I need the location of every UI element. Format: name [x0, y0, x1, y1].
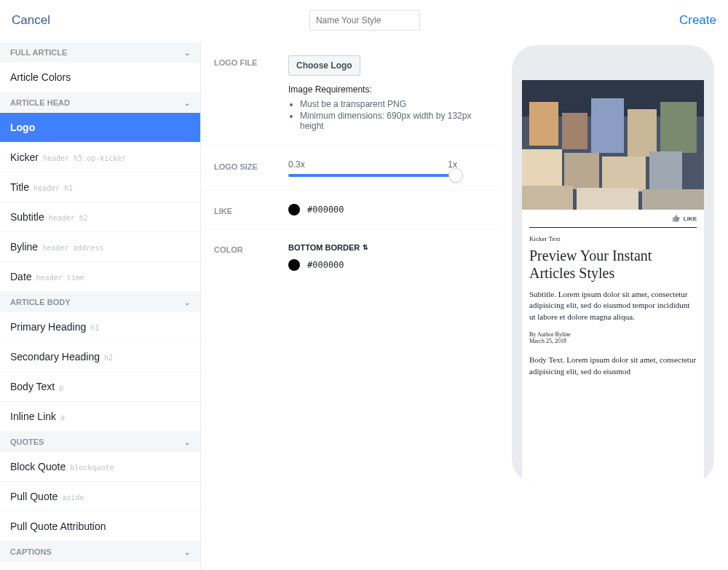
section-article-head[interactable]: Article Head ⌄ [0, 92, 200, 113]
item-label: Title [10, 181, 29, 193]
item-selector: header address [42, 244, 103, 252]
item-selector: header time [36, 274, 84, 282]
preview-body: Body Text. Lorem ipsum dolor sit amet, c… [522, 355, 704, 377]
sort-icon: ⇅ [363, 244, 368, 251]
item-label: Date [10, 271, 32, 282]
svg-rect-3 [562, 113, 587, 149]
section-label: Article Body [10, 298, 71, 306]
color-swatch[interactable] [288, 259, 300, 271]
hero-image [522, 80, 704, 210]
header: Cancel Create [0, 0, 728, 42]
svg-rect-8 [564, 153, 599, 189]
preview-date: March 25, 2018 [522, 338, 704, 355]
chevron-down-icon: ⌄ [184, 298, 190, 306]
setting-label: Logo Size [214, 159, 278, 177]
requirement-item: Minimum dimensions: 690px width by 132px… [300, 111, 485, 131]
sidebar-item-byline[interactable]: Byline header address [0, 232, 200, 262]
section-quotes[interactable]: Quotes ⌄ [0, 432, 200, 452]
sidebar-item-logo[interactable]: Logo [0, 113, 200, 143]
sidebar-item-small-caption-title[interactable]: Small Caption Title [0, 562, 200, 570]
section-full-article[interactable]: Full Article ⌄ [0, 42, 200, 63]
setting-logo-file: Logo File Choose Logo Image Requirements… [201, 42, 498, 146]
bottom-border-select[interactable]: Bottom Border ⇅ [288, 243, 368, 252]
create-button[interactable]: Create [679, 13, 716, 28]
requirement-item: Must be a transparent PNG [300, 99, 485, 109]
divider [529, 227, 697, 228]
item-selector: aside [62, 494, 84, 502]
select-label: Bottom Border [288, 243, 360, 252]
svg-rect-6 [660, 102, 697, 153]
sidebar-item-block-quote[interactable]: Block Quote blockquote [0, 452, 200, 482]
sidebar-item-kicker[interactable]: Kicker header h3.op-kicker [0, 143, 200, 173]
logo-size-slider[interactable]: 0.3x 1x [288, 159, 457, 177]
item-selector: header h2 [49, 214, 88, 222]
color-swatch-row[interactable]: #000000 [288, 204, 485, 215]
preview-column: LIKE Kicker Text Preview Your Instant Ar… [498, 42, 728, 570]
setting-label: Color [214, 242, 278, 271]
item-selector: h1 [90, 324, 99, 332]
color-swatch-row[interactable]: #000000 [288, 259, 485, 271]
sidebar-item-pull-quote-attribution[interactable]: Pull Quote Attribution [0, 512, 200, 542]
sidebar-item-primary-heading[interactable]: Primary Heading h1 [0, 312, 200, 342]
chevron-down-icon: ⌄ [184, 548, 190, 556]
item-selector: blockquote [70, 464, 114, 472]
svg-rect-13 [642, 189, 704, 210]
chevron-down-icon: ⌄ [184, 438, 190, 446]
hex-value: #000000 [307, 260, 344, 270]
sidebar-item-title[interactable]: Title header h1 [0, 173, 200, 202]
item-label: Byline [10, 241, 38, 253]
cancel-button[interactable]: Cancel [12, 13, 50, 28]
like-row: LIKE [522, 210, 704, 224]
like-label: LIKE [684, 215, 697, 222]
preview-screen: LIKE Kicker Text Preview Your Instant Ar… [522, 80, 704, 483]
sidebar-item-inline-link[interactable]: Inline Link a [0, 402, 200, 432]
item-selector: p [59, 384, 63, 392]
item-label: Secondary Heading [10, 351, 100, 363]
section-label: Article Head [10, 98, 70, 107]
sidebar-item-date[interactable]: Date header time [0, 262, 200, 292]
color-swatch[interactable] [288, 204, 300, 215]
thumb-up-icon [671, 214, 681, 223]
sidebar-item-subtitle[interactable]: Subtitle header h2 [0, 202, 200, 232]
sidebar-item-pull-quote[interactable]: Pull Quote aside [0, 482, 200, 512]
item-label: Kicker [10, 151, 39, 163]
setting-label: Logo File [214, 55, 278, 132]
item-label: Pull Quote Attribution [10, 520, 106, 532]
style-name-input[interactable] [309, 10, 420, 31]
sidebar-item-secondary-heading[interactable]: Secondary Heading h2 [0, 342, 200, 372]
svg-rect-12 [577, 188, 638, 210]
preview-byline: By Author Byline [522, 331, 704, 338]
svg-rect-4 [591, 98, 624, 153]
item-label: Logo [10, 122, 35, 133]
section-label: Captions [10, 547, 52, 556]
item-label: Inline Link [10, 411, 56, 422]
item-label: Body Text [10, 381, 55, 392]
setting-like: Like #000000 [201, 191, 498, 229]
setting-color: Color Bottom Border ⇅ #000000 [201, 229, 498, 284]
section-captions[interactable]: Captions ⌄ [0, 542, 200, 562]
setting-label: Like [214, 204, 278, 215]
slider-thumb[interactable] [448, 168, 463, 183]
sidebar[interactable]: Full Article ⌄ Article Colors Article He… [0, 42, 201, 570]
sidebar-item-body-text[interactable]: Body Text p [0, 372, 200, 402]
item-label: Subtitle [10, 211, 44, 223]
item-label: Pull Quote [10, 491, 58, 502]
choose-logo-button[interactable]: Choose Logo [288, 55, 360, 76]
chevron-down-icon: ⌄ [184, 49, 190, 57]
device-frame: LIKE Kicker Text Preview Your Instant Ar… [512, 45, 714, 483]
section-article-body[interactable]: Article Body ⌄ [0, 292, 200, 312]
preview-subtitle: Subtitle. Lorem ipsum dolor sit amet, co… [522, 289, 704, 331]
hex-value: #000000 [307, 205, 344, 215]
setting-logo-size: Logo Size 0.3x 1x [201, 146, 498, 191]
preview-title: Preview Your Instant Articles Styles [522, 247, 704, 289]
item-label: Block Quote [10, 461, 66, 472]
section-label: Full Article [10, 48, 67, 57]
svg-rect-2 [529, 102, 558, 146]
item-selector: h2 [104, 354, 113, 362]
svg-rect-5 [628, 109, 657, 157]
item-selector: header h3.op-kicker [43, 154, 126, 162]
sidebar-item-article-colors[interactable]: Article Colors [0, 63, 200, 92]
item-selector: header h1 [33, 184, 73, 192]
slider-track[interactable] [288, 174, 457, 177]
requirements-list: Must be a transparent PNG Minimum dimens… [300, 99, 485, 131]
